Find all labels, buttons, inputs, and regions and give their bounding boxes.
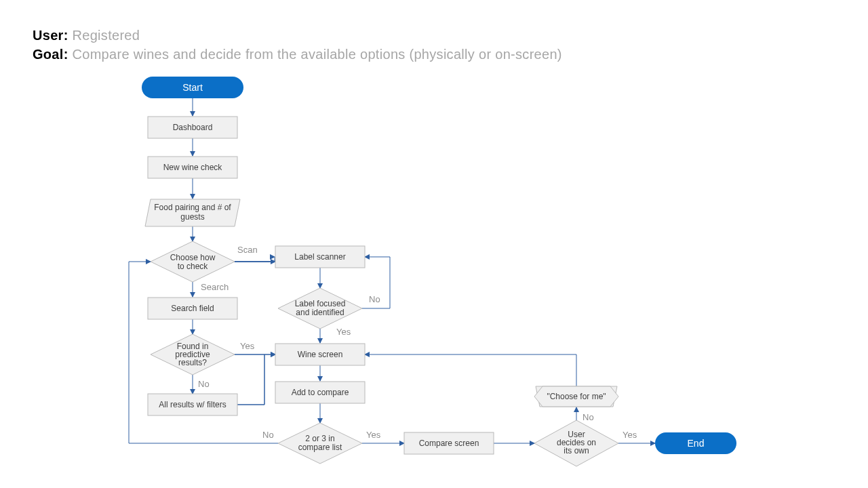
svg-text:New wine check: New wine check <box>163 163 223 172</box>
search-field-node: Search field <box>148 298 237 319</box>
dashboard-node: Dashboard <box>148 117 237 138</box>
end-node: End <box>655 432 736 454</box>
wine-screen-node: Wine screen <box>275 344 365 365</box>
svg-text:2 or 3 in: 2 or 3 in <box>305 434 334 443</box>
food-pairing-node: Food pairing and # of guests <box>145 199 240 226</box>
edge-label-yes-compare: Yes <box>366 430 381 440</box>
label-scanner-node: Label scanner <box>275 246 365 268</box>
edge-label-no-focused: No <box>369 294 380 304</box>
edge-label-yes-decides: Yes <box>623 430 637 440</box>
label-focused-node: Label focused and identified <box>278 288 362 329</box>
found-predictive-node: Found in predictive results? <box>151 334 235 375</box>
choose-how-node: Choose how to check <box>151 241 235 282</box>
svg-text:All results w/ filters: All results w/ filters <box>159 400 226 409</box>
edge-label-yes-focused: Yes <box>336 327 351 337</box>
flowchart: Scan Search Yes No No Yes No Yes No Yes … <box>0 0 868 488</box>
start-node: Start <box>142 77 243 98</box>
svg-text:Add to compare: Add to compare <box>292 388 349 397</box>
edge-label-search: Search <box>201 282 229 292</box>
svg-text:its own: its own <box>564 446 589 455</box>
svg-text:and identified: and identified <box>296 308 344 317</box>
svg-text:End: End <box>688 438 705 449</box>
svg-text:guests: guests <box>180 212 204 222</box>
all-results-node: All results w/ filters <box>148 394 237 415</box>
svg-text:results?: results? <box>178 358 207 367</box>
svg-text:Start: Start <box>182 82 203 93</box>
svg-text:"Choose for me": "Choose for me" <box>547 392 606 401</box>
new-wine-check-node: New wine check <box>148 157 237 178</box>
edge-label-scan: Scan <box>237 245 258 255</box>
edge-label-no-compare: No <box>262 430 274 440</box>
svg-text:Dashboard: Dashboard <box>173 123 213 132</box>
svg-text:Label focused: Label focused <box>295 299 346 308</box>
svg-text:to check: to check <box>178 262 209 271</box>
svg-text:Search field: Search field <box>171 304 214 313</box>
choose-for-me-node-2: "Choose for me" <box>534 386 618 407</box>
svg-text:compare list: compare list <box>298 443 342 452</box>
user-decides-node: User decides on its own <box>534 420 618 466</box>
svg-text:Choose how: Choose how <box>170 253 216 262</box>
svg-text:Label scanner: Label scanner <box>294 252 345 262</box>
add-to-compare-node: Add to compare <box>275 382 365 403</box>
edge-label-no-decides: No <box>583 412 594 422</box>
compare-count-node: 2 or 3 in compare list <box>278 423 362 464</box>
compare-screen-node: Compare screen <box>404 432 494 454</box>
svg-text:Wine screen: Wine screen <box>298 350 343 359</box>
edge-label-no-found: No <box>198 379 210 389</box>
svg-text:Food pairing and # of: Food pairing and # of <box>154 203 231 212</box>
edge-label-yes-found: Yes <box>240 341 255 351</box>
svg-text:Compare screen: Compare screen <box>419 439 479 448</box>
